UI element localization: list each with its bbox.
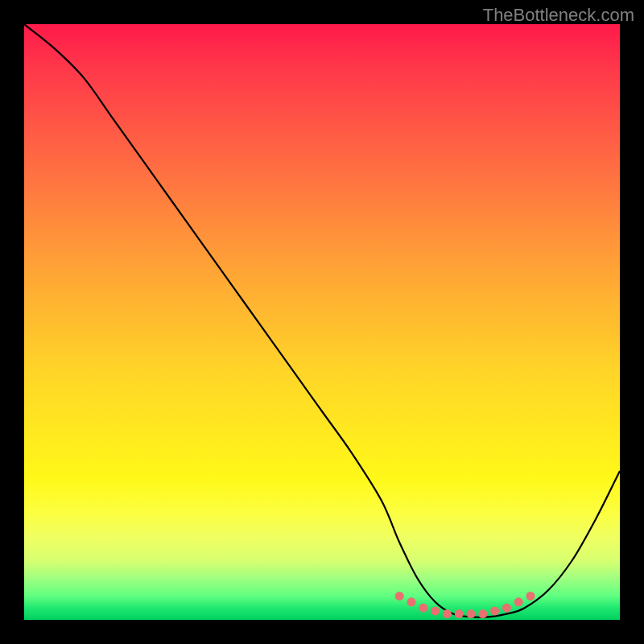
optimal-marker-dot xyxy=(502,604,511,613)
optimal-marker-dot xyxy=(514,597,523,606)
optimal-marker-dot xyxy=(431,606,440,615)
optimal-marker-dot xyxy=(467,609,476,618)
optimal-marker-dot xyxy=(407,597,416,606)
bottleneck-curve-line xyxy=(24,24,620,617)
optimal-marker-dot xyxy=(455,609,464,618)
optimal-marker-dot xyxy=(526,592,535,601)
optimal-marker-dot xyxy=(443,609,452,618)
optimal-marker-dot xyxy=(395,592,404,601)
chart-svg xyxy=(24,24,620,620)
optimal-marker-dot xyxy=(419,604,427,613)
optimal-marker-dot xyxy=(478,609,487,618)
chart-plot-area xyxy=(24,24,620,620)
optimal-range-markers xyxy=(395,592,535,618)
watermark-text: TheBottleneck.com xyxy=(483,5,634,26)
optimal-marker-dot xyxy=(490,606,499,615)
